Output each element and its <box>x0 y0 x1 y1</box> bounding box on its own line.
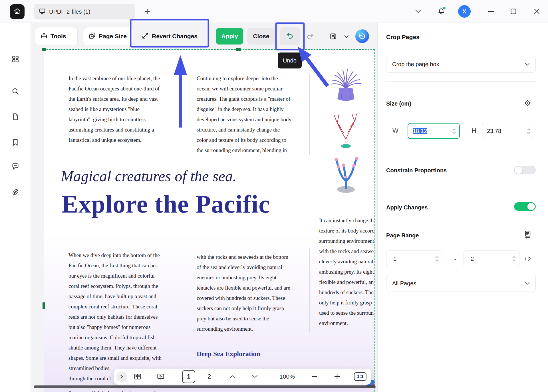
paragraph-col2-top: Continuing to explore deeper into theoce… <box>197 73 291 155</box>
avatar-initial: X <box>462 8 466 15</box>
revert-expand-icon <box>142 32 149 41</box>
horizontal-scrollbar[interactable] <box>34 385 376 388</box>
doc-title: Explore the Pacific <box>61 190 270 219</box>
range-to-stepper[interactable] <box>512 256 516 262</box>
height-input[interactable]: 23.78 <box>482 123 534 139</box>
zoom-in-button[interactable] <box>331 369 343 385</box>
undo-tooltip: Undo <box>278 52 302 68</box>
paragraph-col3: It can instantly change thtexture of its… <box>319 215 375 328</box>
revert-changes-button[interactable]: Revert Changes <box>134 27 205 45</box>
width-label: W <box>392 127 398 134</box>
next-page-number[interactable]: 2 <box>203 369 216 385</box>
undo-icon <box>286 32 294 41</box>
range-to-input[interactable]: 2 <box>464 250 519 267</box>
maximize-button[interactable] <box>508 7 519 15</box>
close-window-button[interactable] <box>532 7 542 15</box>
new-tab-button[interactable] <box>143 7 152 16</box>
current-page-field[interactable]: 1 <box>182 369 195 385</box>
panel-divider <box>386 81 536 82</box>
crop-handle-top-middle[interactable] <box>236 48 241 51</box>
chevron-down-icon <box>525 282 530 285</box>
paragraph-col2-bottom: with the rocks and seaweeds at the botto… <box>197 252 290 334</box>
main-canvas: Tools Page Size Revert Changes Apply Clo… <box>31 23 377 392</box>
column-divider <box>309 248 310 332</box>
close-button[interactable]: Close <box>247 28 275 45</box>
save-button[interactable] <box>329 32 337 40</box>
attachment-icon[interactable] <box>11 188 20 197</box>
anemone-image <box>327 68 364 109</box>
home-icon <box>13 7 21 16</box>
column-divider <box>309 74 310 155</box>
range-total: / 2 <box>525 256 531 263</box>
paragraph-col1-top: In the vast embrace of our blue planet, … <box>68 73 160 145</box>
chevron-down-icon <box>525 63 530 66</box>
apply-button[interactable]: Apply <box>216 28 243 45</box>
crop-mode-value: Crop the page box <box>392 61 439 68</box>
page-size-button[interactable]: Page Size <box>83 27 133 45</box>
notification-dot <box>443 7 446 9</box>
range-to-value: 2 <box>468 256 512 262</box>
crop-handle-left-middle[interactable] <box>43 302 45 309</box>
tab-title: UPDF-2-files (1) <box>49 9 90 15</box>
actual-size-label: 1:1 <box>354 372 366 381</box>
height-stepper[interactable] <box>527 128 531 134</box>
crop-mode-dropdown[interactable]: Crop the page box <box>386 56 536 73</box>
height-value: 23.78 <box>487 128 527 134</box>
zoom-out-button[interactable] <box>308 369 321 385</box>
crop-pages-panel: Crop Pages Crop the page box Size (cm) ⚙… <box>377 23 548 392</box>
red-coral-image <box>330 112 362 150</box>
pages-scope-dropdown[interactable]: All Pages <box>386 275 536 292</box>
apply-changes-toggle[interactable] <box>514 202 536 211</box>
ai-assistant-button[interactable] <box>355 29 369 43</box>
previous-page-button[interactable] <box>226 369 239 385</box>
page-size-label: Page Size <box>99 33 127 40</box>
page-range-icon[interactable] <box>523 229 533 240</box>
actual-size-button[interactable]: 1:1 <box>353 369 367 385</box>
toolbox-icon <box>40 32 48 41</box>
width-input[interactable]: 18.12 <box>408 123 460 139</box>
comments-icon[interactable] <box>11 162 20 171</box>
tools-label: Tools <box>51 33 66 40</box>
page-thumbnails-icon[interactable] <box>11 112 20 121</box>
next-page-button[interactable] <box>249 369 261 385</box>
redo-button[interactable] <box>306 32 314 40</box>
range-from-value: 1 <box>391 256 435 262</box>
crop-handle-top-left[interactable] <box>42 48 46 51</box>
titlebar: UPDF-2-files (1) X <box>0 0 548 23</box>
revert-changes-label: Revert Changes <box>152 33 198 40</box>
size-label: Size (cm) <box>386 100 411 107</box>
undo-button[interactable] <box>280 27 300 45</box>
range-from-stepper[interactable] <box>435 256 439 262</box>
apps-grid-icon[interactable] <box>11 55 20 63</box>
slideshow-icon[interactable] <box>154 369 167 385</box>
page-size-icon <box>88 32 96 41</box>
zoom-level[interactable]: 100% <box>276 369 299 385</box>
range-from-input[interactable]: 1 <box>386 250 442 267</box>
save-dropdown-chevron-icon[interactable] <box>343 34 350 39</box>
column-divider <box>181 250 181 353</box>
doc-subtitle: Magical creatures of the sea. <box>61 167 237 185</box>
bookmark-icon[interactable] <box>11 138 20 147</box>
titlebar-chevron-down-icon[interactable] <box>413 7 423 15</box>
size-settings-gear-icon[interactable]: ⚙ <box>523 98 532 108</box>
constrain-proportions-toggle[interactable] <box>514 166 536 174</box>
minimize-button[interactable] <box>486 8 496 15</box>
updf-app: UPDF-2-files (1) X <box>0 0 548 392</box>
monitor-icon <box>39 8 46 16</box>
page-layout-icon[interactable] <box>131 369 144 385</box>
pdf-page[interactable]: In the vast embrace of our blue planet, … <box>44 49 375 392</box>
width-stepper[interactable] <box>452 128 456 134</box>
paragraph-col1-bottom: When we dive deep into the bottom of the… <box>68 250 162 384</box>
notifications-button[interactable] <box>436 7 446 16</box>
paragraph-bottom-fragment: Some are slightly larger in size, covere… <box>68 388 156 392</box>
tools-button[interactable]: Tools <box>35 27 78 45</box>
floating-nav-toolbar: 1 2 100% 1:1 <box>114 369 371 385</box>
pages-scope-value: All Pages <box>392 280 416 287</box>
search-icon[interactable] <box>11 87 20 96</box>
home-button[interactable] <box>10 4 25 19</box>
document-tab[interactable]: UPDF-2-files (1) <box>34 4 135 19</box>
expand-panel-button[interactable] <box>116 369 127 385</box>
height-label: H <box>472 127 476 134</box>
avatar[interactable]: X <box>458 5 471 18</box>
left-sidebar <box>0 23 31 392</box>
